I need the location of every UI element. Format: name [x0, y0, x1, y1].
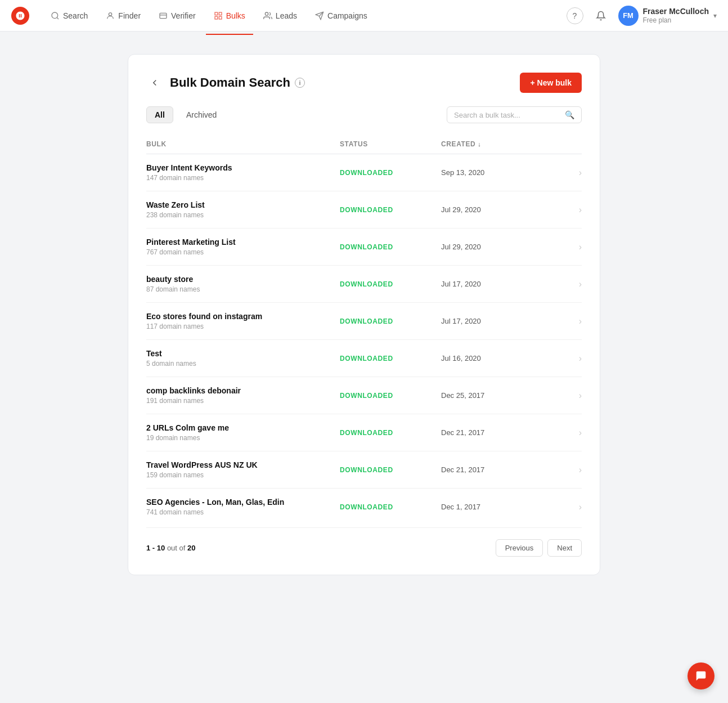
table-row[interactable]: Buyer Intent Keywords 147 domain names D…	[146, 154, 582, 191]
bulk-info: Eco stores found on instagram 117 domain…	[146, 312, 340, 330]
nav-search[interactable]: Search	[43, 7, 96, 25]
user-menu[interactable]: FM Fraser McCulloch Free plan ▾	[618, 6, 717, 26]
previous-button[interactable]: Previous	[496, 539, 543, 557]
svg-point-0	[52, 12, 58, 19]
nav-right: ? FM Fraser McCulloch Free plan ▾	[567, 6, 717, 26]
created-date: Dec 21, 2017	[441, 428, 554, 437]
status-badge: DOWNLOADED	[340, 503, 441, 511]
bulk-info: comp backlinks debonair 191 domain names	[146, 386, 340, 405]
created-date: Jul 17, 2020	[441, 280, 554, 288]
status-badge: DOWNLOADED	[340, 206, 441, 214]
pagination: 1 - 10 out of 20 Previous Next	[146, 527, 582, 557]
user-name: Fraser McCulloch	[643, 6, 709, 16]
bulk-count: 87 domain names	[146, 285, 340, 293]
created-date: Dec 1, 2017	[441, 503, 554, 511]
table-row[interactable]: Eco stores found on instagram 117 domain…	[146, 303, 582, 340]
table-row[interactable]: comp backlinks debonair 191 domain names…	[146, 377, 582, 414]
bulk-count: 19 domain names	[146, 434, 340, 442]
pagination-info: 1 - 10 out of 20	[146, 544, 196, 552]
bulk-count: 117 domain names	[146, 323, 340, 330]
table-row[interactable]: Pinterest Marketing List 767 domain name…	[146, 229, 582, 266]
bulk-info: Travel WordPress AUS NZ UK 159 domain na…	[146, 460, 340, 479]
created-date: Jul 17, 2020	[441, 317, 554, 325]
table-row[interactable]: 2 URLs Colm gave me 19 domain names DOWN…	[146, 414, 582, 451]
table-row[interactable]: SEO Agencies - Lon, Man, Glas, Edin 741 …	[146, 489, 582, 525]
nav-bulks[interactable]: Bulks	[206, 7, 253, 25]
col-action	[554, 140, 582, 148]
status-badge: DOWNLOADED	[340, 280, 441, 288]
filter-all[interactable]: All	[146, 106, 173, 123]
chevron-right-icon: ›	[554, 353, 582, 364]
filter-archived[interactable]: Archived	[178, 106, 225, 123]
main-content: Bulk Domain Search i + New bulk All Arch…	[0, 32, 728, 598]
bulk-info: Waste Zero List 238 domain names	[146, 200, 340, 219]
col-created[interactable]: CREATED ↓	[441, 140, 554, 148]
bulk-count: 191 domain names	[146, 397, 340, 405]
nav-finder[interactable]: Finder	[98, 7, 149, 25]
filters-bar: All Archived 🔍	[146, 106, 582, 123]
new-bulk-button[interactable]: + New bulk	[520, 73, 582, 93]
pagination-buttons: Previous Next	[496, 539, 582, 557]
bulk-info: Test 5 domain names	[146, 349, 340, 368]
bulk-info: 2 URLs Colm gave me 19 domain names	[146, 423, 340, 442]
sort-icon: ↓	[478, 141, 481, 147]
table-row[interactable]: beauty store 87 domain names DOWNLOADED …	[146, 266, 582, 303]
status-badge: DOWNLOADED	[340, 466, 441, 474]
search-box[interactable]: 🔍	[447, 106, 582, 123]
chevron-right-icon: ›	[554, 502, 582, 512]
help-button[interactable]: ?	[567, 7, 583, 24]
bulk-name: beauty store	[146, 275, 340, 284]
bulk-count: 5 domain names	[146, 360, 340, 368]
avatar: FM	[618, 6, 639, 26]
bulk-count: 741 domain names	[146, 508, 340, 516]
col-bulk: BULK	[146, 140, 340, 148]
created-date: Sep 13, 2020	[441, 168, 554, 177]
bulk-count: 159 domain names	[146, 471, 340, 479]
status-badge: DOWNLOADED	[340, 429, 441, 437]
created-date: Jul 16, 2020	[441, 354, 554, 362]
navigation: Search Finder Verifier Bulks Leads Campa…	[0, 0, 728, 32]
bulk-count: 147 domain names	[146, 174, 340, 182]
nav-verifier[interactable]: Verifier	[151, 7, 204, 25]
search-input[interactable]	[454, 111, 560, 119]
next-button[interactable]: Next	[547, 539, 582, 557]
svg-point-8	[265, 12, 268, 15]
bulk-count: 238 domain names	[146, 211, 340, 219]
svg-rect-4	[215, 12, 218, 15]
bulk-info: SEO Agencies - Lon, Man, Glas, Edin 741 …	[146, 498, 340, 516]
chevron-right-icon: ›	[554, 391, 582, 401]
chevron-down-icon: ▾	[713, 12, 717, 20]
table-row[interactable]: Travel WordPress AUS NZ UK 159 domain na…	[146, 451, 582, 489]
back-button[interactable]	[146, 74, 163, 91]
status-badge: DOWNLOADED	[340, 169, 441, 177]
nav-leads[interactable]: Leads	[255, 7, 305, 25]
col-status: STATUS	[340, 140, 441, 148]
bulk-info: Pinterest Marketing List 767 domain name…	[146, 238, 340, 256]
table-header: BULK STATUS CREATED ↓	[146, 135, 582, 154]
status-badge: DOWNLOADED	[340, 355, 441, 362]
created-date: Dec 21, 2017	[441, 465, 554, 474]
table-row[interactable]: Test 5 domain names DOWNLOADED Jul 16, 2…	[146, 340, 582, 377]
bulk-name: Buyer Intent Keywords	[146, 163, 340, 172]
created-date: Jul 29, 2020	[441, 243, 554, 251]
svg-rect-7	[219, 16, 222, 19]
bulk-name: Eco stores found on instagram	[146, 312, 340, 321]
status-badge: DOWNLOADED	[340, 317, 441, 325]
chevron-right-icon: ›	[554, 428, 582, 438]
table-body: Buyer Intent Keywords 147 domain names D…	[146, 154, 582, 525]
table-row[interactable]: Waste Zero List 238 domain names DOWNLOA…	[146, 191, 582, 229]
chevron-right-icon: ›	[554, 316, 582, 326]
page-header: Bulk Domain Search i + New bulk	[146, 73, 582, 93]
bulk-name: Waste Zero List	[146, 200, 340, 209]
user-info: Fraser McCulloch Free plan	[643, 6, 709, 25]
nav-items: Search Finder Verifier Bulks Leads Campa…	[43, 7, 567, 25]
logo[interactable]	[11, 7, 29, 25]
status-badge: DOWNLOADED	[340, 392, 441, 400]
bulk-name: Test	[146, 349, 340, 358]
nav-campaigns[interactable]: Campaigns	[307, 7, 375, 25]
bulk-name: Pinterest Marketing List	[146, 238, 340, 247]
chevron-right-icon: ›	[554, 279, 582, 289]
info-icon[interactable]: i	[295, 78, 305, 88]
bulk-info: beauty store 87 domain names	[146, 275, 340, 293]
notifications-button[interactable]	[592, 7, 609, 24]
